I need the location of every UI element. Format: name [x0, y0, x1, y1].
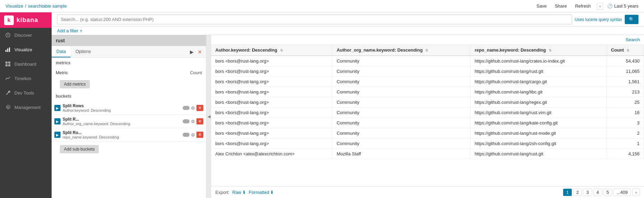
cell-author-2: bors <bors@rust-lang.org> [211, 77, 332, 87]
pagination: 12345...409› [563, 189, 640, 196]
tab-options[interactable]: Options [71, 46, 96, 57]
toggle-icon-2[interactable] [183, 133, 190, 137]
col-repo-label: repo_name.keyword: Descending [475, 47, 546, 53]
panel-tabs: Data Options ▶ ✕ [52, 46, 206, 58]
download-raw-icon: ⬇ [242, 190, 246, 195]
col-header-author[interactable]: Author.keyword: Descending ⇅ [211, 45, 332, 56]
cell-count-3: 213 [607, 87, 644, 97]
cell-org-6: Community [332, 118, 470, 128]
delete-bucket-1[interactable]: ✕ [196, 118, 203, 124]
svg-marker-1 [7, 34, 9, 36]
cell-org-3: Community [332, 87, 470, 97]
bucket-expand-0[interactable]: ▶ [54, 105, 61, 111]
sidebar-item-devtools[interactable]: Dev Tools [0, 86, 52, 100]
page-next-button[interactable]: › [632, 189, 640, 196]
cell-repo-1: https://github.com/rust-lang/rust.git [470, 66, 607, 77]
cell-org-9: Mozilla Staff [332, 149, 470, 159]
cell-author-0: bors <bors@rust-lang.org> [211, 56, 332, 66]
search-execute-button[interactable]: 🔍 [625, 15, 638, 24]
tab-data[interactable]: Data [52, 46, 71, 57]
table-row: bors <bors@rust-lang.org>Communityhttps:… [211, 108, 644, 118]
table-row: bors <bors@rust-lang.org>Communityhttps:… [211, 97, 644, 108]
search-input-wrap [57, 14, 572, 24]
export-section: Export: Raw ⬇ Formatted ⬇ [215, 190, 274, 195]
refresh-button[interactable]: Refresh [573, 3, 593, 9]
gear-icon [5, 104, 11, 110]
add-metrics-button[interactable]: Add metrics [60, 80, 90, 88]
cell-repo-4: https://github.com/rust-lang/regex.git [470, 97, 607, 108]
sidebar-item-discover[interactable]: Discover [0, 28, 52, 42]
export-raw-link[interactable]: Raw ⬇ [232, 190, 246, 195]
bucket-detail-2: repo_name.keyword: Descending [63, 135, 181, 139]
collapse-handle[interactable]: ◀ [206, 35, 211, 198]
col-header-count[interactable]: Count ⇅ [607, 45, 644, 56]
edit-icon-1[interactable]: ⚙ [190, 119, 196, 124]
search-input[interactable] [57, 14, 572, 24]
cell-author-7: bors <bors@rust-lang.org> [211, 128, 332, 139]
share-button[interactable]: Share [553, 3, 569, 9]
main-area: k kibana Discover Visualize D [0, 12, 644, 198]
sidebar-item-timelion-label: Timelion [14, 76, 31, 81]
add-filter-button[interactable]: Add a filter + [57, 28, 82, 33]
bucket-expand-1[interactable]: ▶ [54, 118, 61, 124]
page-btn-...409[interactable]: ...409 [613, 189, 631, 196]
content-area: Uses lucene query syntax 🔍 Add a filter … [52, 12, 644, 198]
time-range-picker[interactable]: 🕐 Last 5 years [607, 3, 638, 9]
buckets-section-label: buckets [52, 91, 206, 101]
cell-count-5: 16 [607, 108, 644, 118]
page-btn-4[interactable]: 4 [593, 189, 602, 196]
table-header: Author.keyword: Descending ⇅ Author_org_… [211, 45, 644, 56]
col-header-repo[interactable]: repo_name.keyword: Descending ⇅ [470, 45, 607, 56]
sidebar: k kibana Discover Visualize D [0, 12, 52, 198]
bucket-item-1: ▶ Split R... Author_org_name.keyword: De… [52, 115, 206, 128]
search-table-button[interactable]: Search [626, 37, 640, 42]
svg-rect-7 [6, 64, 8, 66]
add-sub-buckets-button[interactable]: Add sub-buckets [60, 145, 99, 153]
add-sub-wrap: Add sub-buckets [52, 142, 206, 157]
delete-bucket-2[interactable]: ✕ [196, 132, 203, 138]
breadcrumb: Visualize / searchtable sample [6, 3, 534, 9]
page-btn-2[interactable]: 2 [573, 189, 582, 196]
col-count-label: Count [611, 47, 624, 53]
logo-text: kibana [17, 16, 38, 24]
edit-icon-0[interactable]: ⚙ [190, 106, 196, 111]
toggle-icon-0[interactable] [183, 106, 190, 110]
time-prev-button[interactable]: ‹ [597, 3, 603, 10]
cell-org-5: Community [332, 108, 470, 118]
close-panel-button[interactable]: ✕ [196, 48, 203, 55]
cell-count-1: 11,065 [607, 66, 644, 77]
svg-rect-3 [7, 48, 8, 52]
table-row: bors <bors@rust-lang.org>Communityhttps:… [211, 128, 644, 139]
col-count-sort-icon: ⇅ [626, 48, 629, 52]
page-btn-3[interactable]: 3 [583, 189, 592, 196]
sidebar-item-management[interactable]: Management [0, 100, 52, 114]
page-btn-5[interactable]: 5 [603, 189, 612, 196]
workspace: rust Data Options ▶ ✕ metrics Metric Cou… [52, 35, 644, 198]
edit-icon-2[interactable]: ⚙ [190, 132, 196, 138]
save-button[interactable]: Save [534, 3, 549, 9]
col-header-org[interactable]: Author_org_name.keyword: Descending ⇅ [332, 45, 470, 56]
toggle-icon-1[interactable] [183, 119, 190, 123]
export-formatted-link[interactable]: Formatted ⬇ [249, 190, 274, 195]
table-row: bors <bors@rust-lang.org>Communityhttps:… [211, 139, 644, 149]
table-wrap: Author.keyword: Descending ⇅ Author_org_… [211, 45, 644, 186]
export-raw-label: Raw [232, 190, 241, 195]
sidebar-item-visualize[interactable]: Visualize [0, 42, 52, 57]
col-org-sort-icon: ⇅ [425, 48, 428, 52]
breadcrumb-parent[interactable]: Visualize [6, 3, 23, 9]
page-btn-1[interactable]: 1 [563, 189, 572, 196]
sidebar-item-timelion[interactable]: Timelion [0, 71, 52, 86]
cell-repo-5: https://github.com/rust-lang/rust.vim.gi… [470, 108, 607, 118]
run-button[interactable]: ▶ [189, 48, 195, 55]
delete-bucket-0[interactable]: ✕ [196, 105, 203, 111]
sidebar-item-dashboard[interactable]: Dashboard [0, 57, 52, 71]
metric-value: Count [190, 70, 202, 75]
svg-rect-8 [8, 64, 10, 66]
cell-repo-0: https://github.com/rust-lang/crates.io-i… [470, 56, 607, 66]
lucene-hint: Uses lucene query syntax [575, 17, 622, 22]
bucket-info-0: Split Rows Author.keyword: Descending [63, 103, 181, 112]
bucket-expand-2[interactable]: ▶ [54, 132, 61, 138]
cell-repo-7: https://github.com/rust-lang/rust-mode.g… [470, 128, 607, 139]
col-org-label: Author_org_name.keyword: Descending [337, 47, 423, 53]
cell-repo-2: https://github.com/rust-lang/cargo.git [470, 77, 607, 87]
